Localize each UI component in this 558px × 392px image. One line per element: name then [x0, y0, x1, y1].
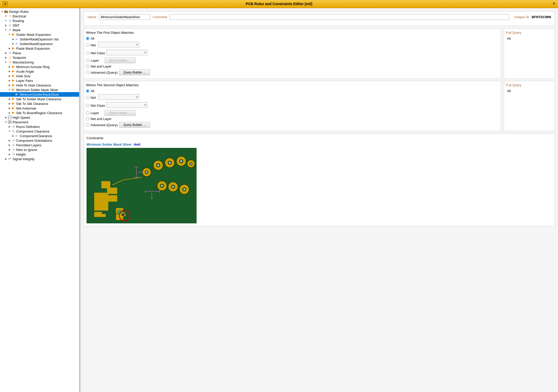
tree-icon-rule-item	[15, 134, 19, 138]
tree-item-permitted-layers[interactable]: ▶Permitted Layers	[0, 143, 79, 147]
first-netclass-radio[interactable]	[86, 51, 89, 55]
second-advanced-radio[interactable]	[86, 123, 89, 127]
tree-label-silk-to-solder-mask-clearance: Silk To Solder Mask Clearance	[16, 97, 61, 101]
tree-toggle-acute-angle[interactable]: ▶	[8, 70, 11, 73]
tree-item-silk-to-solder-mask-clearance[interactable]: ▶Silk To Solder Mask Clearance	[0, 97, 79, 101]
tree-toggle-silk-to-silk-clearance[interactable]: ▶	[8, 102, 11, 105]
first-netandlayer-radio[interactable]	[86, 65, 89, 68]
tree-toggle-silk-to-solder-mask-clearance[interactable]: ▶	[8, 97, 11, 101]
tree-toggle-component-clearance[interactable]: ▼	[8, 129, 11, 133]
second-netclass-radio[interactable]	[86, 104, 89, 107]
tree-item-placement[interactable]: ▼Placement	[0, 120, 79, 124]
tree-toggle-minimum-annular-ring[interactable]: ▶	[8, 65, 11, 69]
second-net-radio[interactable]	[86, 96, 89, 99]
tree-item-component-orientations[interactable]: ▶Component Orientations	[0, 138, 79, 143]
tree-toggle-smt[interactable]: ▶	[4, 24, 8, 27]
tree-item-nets-to-ignore[interactable]: ▶Nets to Ignore	[0, 147, 79, 152]
tree-toggle-manufacturing[interactable]: ▼	[4, 60, 8, 64]
tree-toggle-minimum-solder-mask-sliver[interactable]: ▼	[8, 88, 11, 92]
tree-item-soldermaskexpansion[interactable]: ▶SolderMaskExpansion	[0, 41, 79, 46]
second-query-builder-button[interactable]: Query Builder ...	[119, 122, 150, 128]
first-layer-radio[interactable]	[86, 59, 89, 62]
second-advanced-row: Advanced (Query) Query Builder ...	[86, 122, 499, 128]
tree-toggle-solder-mask-expansion[interactable]: ▼	[8, 33, 11, 36]
tree-toggle-design-rules[interactable]: ▼	[1, 10, 4, 13]
tree-toggle-placement[interactable]: ▼	[4, 120, 8, 124]
first-advanced-radio[interactable]	[86, 71, 89, 74]
tree-item-mask[interactable]: ▼Mask	[0, 28, 79, 32]
comment-input[interactable]	[170, 14, 509, 20]
tree-item-minimum-solder-mask-sliver[interactable]: ▼Minimum Solder Mask Sliver	[0, 88, 79, 92]
tree-toggle-hole-size[interactable]: ▶	[8, 74, 11, 78]
tree-toggle-signal-integrity[interactable]: ▶	[4, 157, 8, 161]
tree-toggle-height[interactable]: ▶	[8, 153, 11, 156]
first-query-helper-button[interactable]: Query Helper ...	[105, 58, 135, 63]
tree-item-design-rules[interactable]: ▼Design Rules	[0, 9, 79, 14]
tree-label-manufacturing: Manufacturing	[13, 60, 34, 64]
tree-toggle-soldermaskexpansion-via[interactable]: ▶	[11, 37, 15, 41]
tree-toggle-nets-to-ignore[interactable]: ▶	[8, 148, 11, 151]
second-layer-radio[interactable]	[86, 111, 89, 115]
tree-item-high-speed[interactable]: ▶High Speed	[0, 115, 79, 120]
tree-item-smt[interactable]: ▶SMT	[0, 23, 79, 28]
second-all-radio[interactable]	[86, 89, 89, 93]
tree-item-room-definition[interactable]: ▶Room Definition	[0, 124, 79, 129]
svg-marker-35	[12, 125, 14, 128]
tree-item-height[interactable]: ▶Height	[0, 152, 79, 157]
tree-toggle-soldermaskexpansion[interactable]: ▶	[11, 42, 15, 46]
tree-toggle-paste-mask-expansion[interactable]: ▶	[8, 47, 11, 50]
first-net-select[interactable]	[98, 42, 139, 47]
tree-item-routing[interactable]: ▼Routing	[0, 18, 79, 23]
tree-item-testpoint[interactable]: ▶Testpoint	[0, 55, 79, 60]
tree-label-nets-to-ignore: Nets to Ignore	[16, 148, 37, 152]
first-all-radio[interactable]	[86, 37, 89, 40]
tree-item-silk-to-boardregion-clearance[interactable]: ▶Silk To BoardRegion Clearance	[0, 111, 79, 115]
tree-toggle-routing[interactable]: ▼	[4, 19, 8, 23]
tree-toggle-mask[interactable]: ▼	[4, 28, 8, 32]
tree-item-minimum-annular-ring[interactable]: ▶Minimum Annular Ring	[0, 64, 79, 69]
tree-toggle-electrical[interactable]: ▼	[4, 14, 8, 18]
tree-item-componentclearance[interactable]: ▶ComponentClearance	[0, 134, 79, 138]
tree-item-plane[interactable]: ▶Plane	[0, 51, 79, 55]
second-net-select[interactable]	[98, 94, 139, 100]
tree-toggle-componentclearance[interactable]: ▶	[11, 134, 15, 138]
tree-item-soldermaskexpansion-via[interactable]: ▶SolderMaskExpansion Via	[0, 37, 79, 41]
help-button[interactable]: ?	[553, 2, 555, 6]
tree-toggle-net-antennae[interactable]: ▶	[8, 106, 11, 110]
tree-item-hole-size[interactable]: ▶Hole Size	[0, 74, 79, 78]
first-query-builder-button[interactable]: Query Builder ...	[119, 70, 150, 75]
tree-item-layer-pairs[interactable]: ▶Layer Pairs	[0, 78, 79, 83]
tree-icon-plane	[8, 51, 12, 55]
tree-toggle-testpoint[interactable]: ▶	[4, 56, 8, 59]
tree-toggle-layer-pairs[interactable]: ▶	[8, 79, 11, 82]
svg-marker-16	[8, 56, 10, 59]
unique-id-value: BFNTSCMW	[532, 15, 551, 19]
tree-toggle-high-speed[interactable]: ▶	[4, 116, 8, 119]
tree-item-paste-mask-expansion[interactable]: ▶Paste Mask Expansion	[0, 46, 79, 51]
second-query-helper-button[interactable]: Query Helper ...	[105, 110, 135, 116]
tree-item-electrical[interactable]: ▼Electrical	[0, 14, 79, 18]
tree-item-component-clearance[interactable]: ▼Component Clearance	[0, 129, 79, 134]
tree-item-hole-to-hole-clearance[interactable]: ▶Hole To Hole Clearance	[0, 83, 79, 88]
tree-toggle-plane[interactable]: ▶	[4, 51, 8, 55]
tree-item-silk-to-silk-clearance[interactable]: ▶Silk To Silk Clearance	[0, 101, 79, 106]
tree-item-net-antennae[interactable]: ▶Net Antennae	[0, 106, 79, 111]
first-netclass-select[interactable]	[106, 50, 147, 55]
tree-toggle-minimumsoldermasksliver[interactable]: ▶	[11, 93, 15, 96]
first-full-query-title: Full Query	[506, 31, 553, 35]
tree-toggle-silk-to-boardregion-clearance[interactable]: ▶	[8, 111, 11, 115]
tree-item-solder-mask-expansion[interactable]: ▼Solder Mask Expansion	[0, 32, 79, 37]
tree-item-manufacturing[interactable]: ▼Manufacturing	[0, 60, 79, 64]
tree-toggle-permitted-layers[interactable]: ▶	[8, 143, 11, 147]
tree-item-acute-angle[interactable]: ▶Acute Angle	[0, 69, 79, 74]
name-input[interactable]	[99, 14, 150, 20]
first-net-radio[interactable]	[86, 43, 89, 47]
tree-item-signal-integrity[interactable]: ▶Signal Integrity	[0, 157, 79, 161]
tree-toggle-hole-to-hole-clearance[interactable]: ▶	[8, 83, 11, 87]
tree-toggle-component-orientations[interactable]: ▶	[8, 139, 11, 142]
tree-toggle-room-definition[interactable]: ▶	[8, 125, 11, 128]
second-netclass-select[interactable]	[106, 102, 147, 108]
tree-item-minimumsoldermasksliver[interactable]: ▶MinimumSolderMaskSliver	[0, 92, 79, 97]
second-netandlayer-radio[interactable]	[86, 117, 89, 121]
svg-marker-12	[16, 42, 18, 45]
